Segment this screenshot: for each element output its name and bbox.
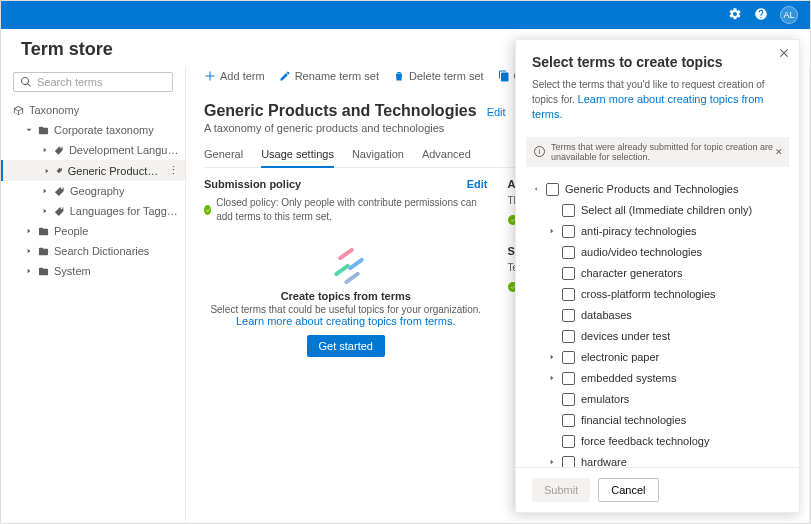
chevron-right-icon bbox=[548, 227, 556, 235]
checkbox[interactable] bbox=[562, 204, 575, 217]
checkbox[interactable] bbox=[562, 372, 575, 385]
term-row[interactable]: audio/video technologies bbox=[532, 242, 787, 263]
panel-root-row[interactable]: Generic Products and Technologies bbox=[532, 179, 787, 200]
term-row[interactable]: embedded systems bbox=[532, 368, 787, 389]
settings-icon[interactable] bbox=[728, 7, 742, 24]
checkbox[interactable] bbox=[562, 246, 575, 259]
select-terms-panel: Select terms to create topics Select the… bbox=[515, 39, 800, 513]
select-all-row[interactable]: Select all (Immediate children only) bbox=[532, 200, 787, 221]
term-row[interactable]: hardware bbox=[532, 452, 787, 467]
suite-header: AL bbox=[1, 1, 810, 29]
get-started-button[interactable]: Get started bbox=[307, 335, 385, 357]
checkbox[interactable] bbox=[562, 225, 575, 238]
panel-description: Select the terms that you'd like to requ… bbox=[532, 78, 783, 123]
dismiss-info-icon[interactable]: ✕ bbox=[775, 147, 783, 157]
tree-node[interactable]: Geography bbox=[1, 181, 185, 201]
term-row[interactable]: force feedback technology bbox=[532, 431, 787, 452]
submit-button[interactable]: Submit bbox=[532, 478, 590, 502]
term-row[interactable]: electronic paper bbox=[532, 347, 787, 368]
more-icon[interactable]: ⋮ bbox=[168, 164, 179, 177]
tree-root-label: Taxonomy bbox=[29, 104, 79, 116]
chevron-right-icon bbox=[548, 353, 556, 361]
panel-info-text: Terms that were already submitted for to… bbox=[551, 142, 781, 162]
checkbox[interactable] bbox=[562, 414, 575, 427]
term-row[interactable]: anti-piracy technologies bbox=[532, 221, 787, 242]
term-row[interactable]: financial technologies bbox=[532, 410, 787, 431]
checkbox[interactable] bbox=[562, 456, 575, 467]
submission-text: Closed policy: Only people with contribu… bbox=[216, 196, 487, 224]
tab-general[interactable]: General bbox=[204, 148, 243, 167]
tree-root[interactable]: Taxonomy bbox=[1, 100, 185, 120]
term-row[interactable]: cross-platform technologies bbox=[532, 284, 787, 305]
tree-node[interactable]: System bbox=[1, 261, 185, 281]
tree-node[interactable]: Languages for Tagging bbox=[1, 201, 185, 221]
check-icon bbox=[204, 205, 211, 215]
panel-tree: Generic Products and Technologies Select… bbox=[516, 173, 799, 467]
delete-button[interactable]: Delete term set bbox=[393, 70, 484, 82]
checkbox[interactable] bbox=[562, 351, 575, 364]
info-icon: i bbox=[534, 146, 545, 157]
promo-title: Create topics from terms bbox=[204, 290, 488, 302]
term-row[interactable]: databases bbox=[532, 305, 787, 326]
search-placeholder: Search terms bbox=[37, 76, 102, 88]
tab-navigation[interactable]: Navigation bbox=[352, 148, 404, 167]
termset-title: Generic Products and Technologies bbox=[204, 102, 477, 120]
panel-title: Select terms to create topics bbox=[532, 54, 783, 70]
search-input[interactable]: Search terms bbox=[13, 72, 173, 92]
add-term-button[interactable]: Add term bbox=[204, 70, 265, 82]
tree-node[interactable]: People bbox=[1, 221, 185, 241]
checkbox[interactable] bbox=[562, 309, 575, 322]
chevron-right-icon bbox=[548, 458, 556, 466]
panel-info-bar: i Terms that were already submitted for … bbox=[526, 137, 789, 167]
tab-usage-settings[interactable]: Usage settings bbox=[261, 148, 334, 168]
edit-title-link[interactable]: Edit bbox=[487, 106, 506, 118]
tab-advanced[interactable]: Advanced bbox=[422, 148, 471, 167]
submission-heading: Submission policy bbox=[204, 178, 301, 190]
checkbox[interactable] bbox=[562, 288, 575, 301]
chevron-down-icon bbox=[532, 185, 540, 193]
tree-node[interactable]: Development Languages bbox=[1, 140, 185, 160]
promo-illustration-icon bbox=[325, 248, 367, 284]
term-row[interactable]: emulators bbox=[532, 389, 787, 410]
cancel-button[interactable]: Cancel bbox=[598, 478, 658, 502]
term-row[interactable]: character generators bbox=[532, 263, 787, 284]
checkbox[interactable] bbox=[562, 267, 575, 280]
tree-node[interactable]: Search Dictionaries bbox=[1, 241, 185, 261]
help-icon[interactable] bbox=[754, 7, 768, 24]
tree-node[interactable]: Corporate taxonomy bbox=[1, 120, 185, 140]
checkbox[interactable] bbox=[562, 393, 575, 406]
promo-text: Select terms that could be useful topics… bbox=[204, 304, 488, 315]
chevron-right-icon bbox=[548, 374, 556, 382]
checkbox[interactable] bbox=[562, 330, 575, 343]
close-icon[interactable] bbox=[777, 46, 791, 60]
promo-learn-more-link[interactable]: Learn more about creating topics from te… bbox=[236, 315, 455, 327]
promo-card: Create topics from terms Select terms th… bbox=[204, 248, 488, 357]
avatar[interactable]: AL bbox=[780, 6, 798, 24]
term-row[interactable]: devices under test bbox=[532, 326, 787, 347]
tree-node[interactable]: Generic Products and Technol...⋮ bbox=[1, 160, 185, 181]
checkbox[interactable] bbox=[562, 435, 575, 448]
sidebar: Search terms Taxonomy Corporate taxonomy… bbox=[1, 66, 186, 524]
checkbox[interactable] bbox=[546, 183, 559, 196]
submission-edit-link[interactable]: Edit bbox=[467, 178, 488, 190]
rename-button[interactable]: Rename term set bbox=[279, 70, 379, 82]
